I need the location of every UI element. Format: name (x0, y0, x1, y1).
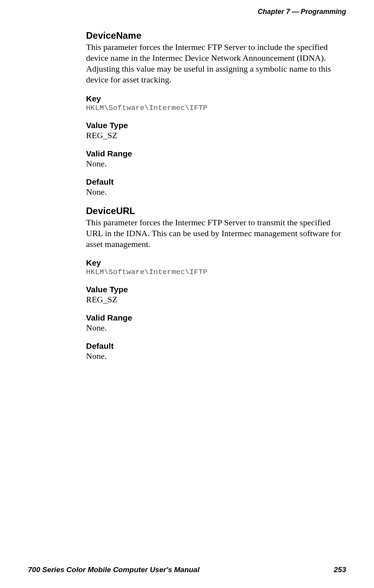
field-label-valuetype: Value Type (86, 121, 345, 130)
section-deviceurl: DeviceURL This parameter forces the Inte… (86, 206, 345, 361)
field-value-valuetype: REG_SZ (86, 295, 345, 305)
field-label-key: Key (86, 258, 345, 267)
page-header: Chapter 7 — Programming (258, 8, 346, 16)
section-description: This parameter forces the Intermec FTP S… (86, 42, 345, 86)
field-value-validrange: None. (86, 323, 345, 333)
field-label-key: Key (86, 94, 345, 103)
chapter-number: 7 (286, 8, 290, 15)
section-devicename: DeviceName This parameter forces the Int… (86, 30, 345, 197)
chapter-separator: — (292, 8, 299, 15)
page-content: DeviceName This parameter forces the Int… (86, 30, 345, 370)
page-number: 253 (334, 566, 346, 574)
field-label-validrange: Valid Range (86, 149, 345, 158)
page-footer: 700 Series Color Mobile Computer User's … (28, 566, 346, 574)
field-label-default: Default (86, 177, 345, 187)
field-label-valuetype: Value Type (86, 285, 345, 294)
field-value-key: HKLM\Software\Intermec\IFTP (86, 104, 345, 112)
field-value-default: None. (86, 351, 345, 361)
chapter-label: Chapter (258, 8, 284, 15)
chapter-title: Programming (301, 8, 346, 15)
field-value-key: HKLM\Software\Intermec\IFTP (86, 268, 345, 276)
section-title: DeviceName (86, 30, 345, 41)
field-value-valuetype: REG_SZ (86, 130, 345, 141)
section-title: DeviceURL (86, 206, 345, 216)
section-description: This parameter forces the Intermec FTP S… (86, 217, 345, 250)
manual-title: 700 Series Color Mobile Computer User's … (28, 566, 200, 574)
field-label-validrange: Valid Range (86, 313, 345, 322)
field-value-validrange: None. (86, 159, 345, 169)
field-label-default: Default (86, 341, 345, 351)
field-value-default: None. (86, 187, 345, 197)
